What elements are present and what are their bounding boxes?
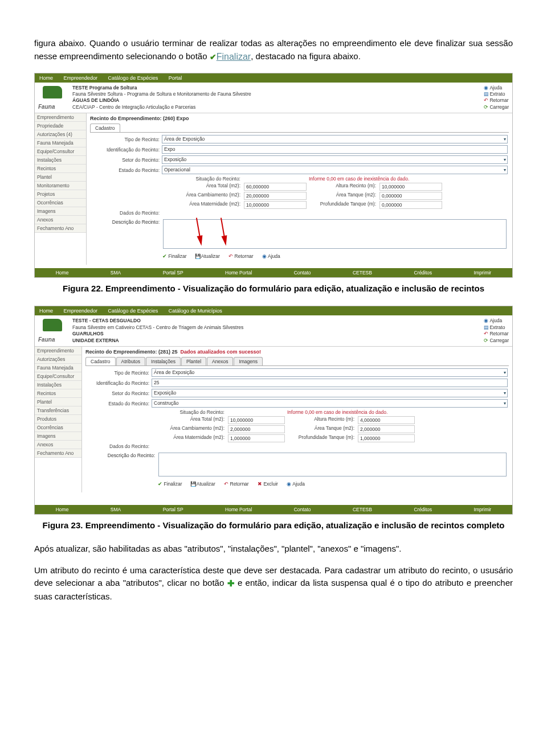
textarea-descricao[interactable] — [163, 219, 507, 249]
footer-link[interactable]: SMA — [111, 270, 121, 276]
tab-instalacoes[interactable]: Instalações — [146, 357, 181, 365]
sidebar-item[interactable]: Fechamento Ano — [35, 224, 86, 233]
link-extrato[interactable]: ▤Extrato — [484, 91, 509, 97]
input-profundidade[interactable]: 0,000000 — [379, 201, 442, 209]
sidebar-item[interactable]: Fauna Manejada — [35, 364, 81, 372]
select-tipo[interactable]: Área de Exposição — [162, 135, 508, 143]
input-profundidade[interactable]: 1,000000 — [358, 434, 415, 442]
footer-link[interactable]: Imprimir — [474, 507, 492, 512]
select-estado[interactable]: Operacional — [162, 166, 508, 174]
tab-plantel[interactable]: Plantel — [181, 357, 206, 365]
sidebar-item[interactable]: Produtos — [35, 415, 81, 424]
nav-item[interactable]: Catálogo de Municípios — [169, 308, 222, 314]
link-retornar[interactable]: ↶Retornar — [484, 331, 509, 337]
retornar-button[interactable]: ↶ Retornar — [223, 481, 248, 487]
input-ident[interactable]: Expo — [162, 145, 508, 154]
tab-cadastro[interactable]: Cadastro — [85, 357, 116, 365]
select-tipo[interactable]: Área de Exposição — [152, 368, 508, 377]
sidebar-item[interactable]: Imagens — [35, 207, 86, 216]
sidebar-item[interactable]: Instalações — [35, 381, 81, 389]
sidebar-item[interactable]: Anexos — [35, 441, 81, 449]
footer-link[interactable]: SMA — [111, 507, 121, 512]
sidebar-item[interactable]: Ocorrências — [35, 199, 86, 207]
atualizar-button[interactable]: 💾 Atualizar — [195, 253, 220, 259]
input-tanque[interactable]: 0,000000 — [379, 192, 442, 200]
link-retornar[interactable]: ↶Retornar — [484, 97, 509, 104]
sidebar-item[interactable]: Fauna Manejada — [35, 139, 86, 147]
finalizar-button[interactable]: ✔ Finalizar — [162, 253, 187, 259]
link-ajuda[interactable]: ◉Ajuda — [484, 85, 509, 91]
nav-item[interactable]: Home — [39, 308, 53, 314]
input-maternidade[interactable]: 1,000000 — [228, 434, 285, 442]
input-cambiamento[interactable]: 2,000000 — [228, 425, 285, 433]
retornar-button[interactable]: ↶ Retornar — [228, 253, 253, 259]
footer-link[interactable]: CETESB — [353, 507, 372, 512]
input-maternidade[interactable]: 10,000000 — [244, 201, 307, 209]
select-estado[interactable]: Construção — [152, 399, 508, 408]
finalizar-inline-button[interactable]: ✔Finalizar — [210, 50, 251, 64]
footer-link[interactable]: Contato — [294, 270, 311, 276]
ajuda-button[interactable]: ◉ Ajuda — [286, 481, 305, 487]
excluir-button[interactable]: ✖ Excluir — [257, 481, 278, 487]
sidebar-item[interactable]: Plantel — [35, 398, 81, 406]
tab-anexos[interactable]: Anexos — [207, 357, 233, 365]
select-setor[interactable]: Exposição — [162, 155, 508, 164]
sidebar-item[interactable]: Recintos — [35, 165, 86, 173]
atualizar-button[interactable]: 💾 Atualizar — [190, 481, 215, 487]
sidebar-item[interactable]: Imagens — [35, 432, 81, 441]
input-altura[interactable]: 4,000000 — [358, 416, 415, 424]
sidebar-item[interactable]: Ocorrências — [35, 424, 81, 432]
footer-link[interactable]: Contato — [294, 507, 311, 512]
footer-link[interactable]: Home — [56, 270, 69, 276]
link-carregar[interactable]: ⟳Carregar — [484, 104, 509, 110]
tab-atributos[interactable]: Atributos — [116, 357, 146, 365]
input-altura[interactable]: 10,000000 — [379, 183, 442, 191]
nav-item[interactable]: Empreendedor — [64, 308, 98, 314]
sidebar-item[interactable]: Autorizações — [35, 355, 81, 364]
footer-link[interactable]: Home Portal — [225, 270, 252, 276]
select-setor[interactable]: Exposição — [152, 389, 508, 397]
nav-item[interactable]: Empreendedor — [64, 75, 98, 81]
input-tanque[interactable]: 2,000000 — [358, 425, 415, 433]
sidebar-item[interactable]: Empreendimento — [35, 113, 86, 122]
sidebar-item[interactable]: Equipe/Consultor — [35, 147, 86, 156]
footer-link[interactable]: Portal SP — [163, 270, 183, 276]
footer-link[interactable]: Home — [56, 507, 69, 512]
sidebar-item[interactable]: Recintos — [35, 389, 81, 398]
sidebar-item[interactable]: Empreendimento — [35, 347, 81, 355]
nav-item[interactable]: Home — [39, 75, 53, 81]
input-area-total[interactable]: 10,000000 — [228, 416, 285, 424]
input-cambiamento[interactable]: 20,000000 — [244, 192, 307, 200]
input-ident[interactable]: 25 — [152, 379, 508, 387]
sidebar-item[interactable]: Propriedade — [35, 122, 86, 130]
ajuda-button[interactable]: ◉ Ajuda — [262, 253, 280, 259]
footer-link[interactable]: Home Portal — [225, 507, 252, 512]
footer-link[interactable]: Créditos — [414, 507, 432, 512]
link-extrato[interactable]: ▤Extrato — [484, 324, 509, 331]
sidebar-item[interactable]: Fechamento Ano — [35, 449, 81, 458]
textarea-descricao[interactable] — [158, 453, 507, 476]
header-links: ◉Ajuda ▤Extrato ↶Retornar ⟳Carregar — [484, 318, 509, 344]
link-carregar[interactable]: ⟳Carregar — [484, 338, 509, 344]
sidebar-item[interactable]: Monitoramento — [35, 182, 86, 190]
nav-item[interactable]: Portal — [169, 75, 182, 81]
plus-icon[interactable]: ✚ — [227, 577, 235, 590]
footer-link[interactable]: Portal SP — [163, 507, 183, 512]
tab-cadastro[interactable]: Cadastro — [90, 124, 120, 132]
sidebar-item[interactable]: Plantel — [35, 173, 86, 182]
sidebar-item[interactable]: Instalações — [35, 156, 86, 165]
sidebar-item[interactable]: Projetos — [35, 190, 86, 199]
sidebar-item[interactable]: Anexos — [35, 216, 86, 224]
footer-link[interactable]: Imprimir — [474, 270, 492, 276]
sidebar-item[interactable]: Equipe/Consultor — [35, 372, 81, 381]
nav-item[interactable]: Catálogo de Espécies — [108, 75, 158, 81]
footer-link[interactable]: Créditos — [414, 270, 432, 276]
sidebar-item[interactable]: Autorizações (4) — [35, 130, 86, 139]
finalizar-button[interactable]: ✔ Finalizar — [157, 481, 182, 487]
sidebar-item[interactable]: Transferências — [35, 406, 81, 415]
nav-item[interactable]: Catálogo de Espécies — [108, 308, 158, 314]
tab-imagens[interactable]: Imagens — [234, 357, 263, 365]
link-ajuda[interactable]: ◉Ajuda — [484, 318, 509, 324]
footer-link[interactable]: CETESB — [353, 270, 372, 276]
input-area-total[interactable]: 60,000000 — [244, 183, 307, 191]
